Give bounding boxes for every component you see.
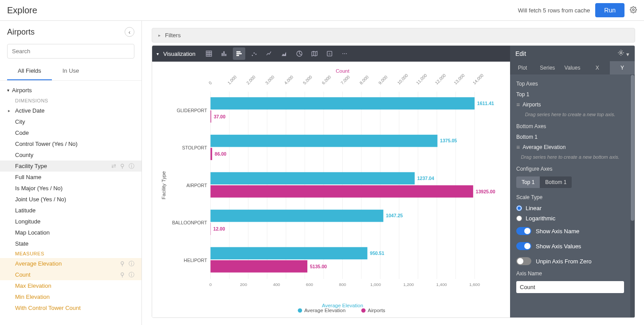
vis-type-bar-icon[interactable] [233,47,245,60]
tab-all-fields[interactable]: All Fields [7,62,52,80]
svg-text:Count: Count [336,68,350,74]
vis-type-pie-icon[interactable] [293,47,306,60]
pivot-icon[interactable]: ⇄ [110,163,117,169]
svg-rect-60 [211,97,475,110]
measure-field[interactable]: Max Elevation [0,280,141,291]
info-icon[interactable]: ⓘ [128,261,134,267]
field-group-header[interactable]: Airports [0,84,141,96]
svg-text:200: 200 [240,282,247,287]
svg-point-8 [251,55,253,56]
toggle-show-axis-values[interactable] [516,242,531,250]
svg-text:400: 400 [273,282,280,287]
filter-icon[interactable]: ⚲ [119,261,126,267]
vis-type-scatter-icon[interactable] [248,47,260,60]
dimension-field[interactable]: City [0,116,141,127]
svg-point-10 [255,54,256,55]
svg-rect-72 [211,185,473,198]
filter-icon[interactable]: ⚲ [119,272,126,278]
dimension-field[interactable]: Code [0,127,141,138]
svg-text:AIRPORT: AIRPORT [186,183,207,188]
search-input[interactable] [7,44,134,59]
radio-logarithmic[interactable]: Logarithmic [516,213,624,223]
edit-tab-x[interactable]: X [585,61,610,74]
bottom-axis-name: Bottom 1 [516,132,624,142]
field-sidebar: Airports ‹ All Fields In Use AirportsDIM… [0,21,142,325]
chevron-down-icon: ▾ [157,51,159,56]
vis-type-single-value-icon[interactable]: 6 [323,47,336,60]
dimensions-label: DIMENSIONS [0,96,141,105]
seg-top1[interactable]: Top 1 [516,176,540,188]
edit-tab-values[interactable]: Values [560,61,585,74]
edit-tab-y[interactable]: Y [610,61,635,74]
svg-rect-67 [211,148,212,160]
chevron-right-icon: ▸ [158,33,161,38]
info-icon[interactable]: ⓘ [128,163,134,169]
measure-field[interactable]: With Control Tower Count [0,302,141,313]
scale-type-label: Scale Type [516,194,624,200]
dimension-field[interactable]: County [0,149,141,161]
svg-rect-2 [221,53,223,56]
edit-scrollbar[interactable] [630,74,635,317]
vis-type-line-icon[interactable] [263,47,275,60]
edit-tab-plot[interactable]: Plot [510,61,535,74]
dimension-field[interactable]: Joint Use (Yes / No) [0,194,141,205]
svg-point-0 [632,9,634,11]
page-title: Explore [7,5,518,16]
bottom-axis-series[interactable]: ≡Average Elevation [516,142,624,153]
tab-in-use[interactable]: In Use [52,62,90,80]
dimension-field[interactable]: State [0,238,141,249]
info-icon[interactable]: ⓘ [128,272,134,278]
edit-gear-icon[interactable]: ▾ [617,49,629,58]
svg-text:12,000: 12,000 [434,73,447,86]
svg-text:Airports: Airports [368,308,385,313]
collapse-sidebar-button[interactable]: ‹ [125,27,134,37]
dimension-field[interactable]: Facility Type⇄⚲ⓘ [0,161,141,172]
measure-field[interactable]: Count⚲ⓘ [0,269,141,280]
svg-text:600: 600 [306,282,313,287]
svg-text:7,000: 7,000 [340,74,351,86]
svg-rect-1 [206,51,212,56]
run-button[interactable]: Run [595,3,624,17]
vis-type-column-icon[interactable] [218,47,230,60]
svg-text:Average Elevation: Average Elevation [304,308,346,313]
svg-text:6: 6 [329,52,330,55]
svg-rect-3 [223,51,224,56]
settings-gear-icon[interactable] [630,6,637,15]
svg-rect-5 [236,51,240,53]
toggle-show-axis-name[interactable] [516,227,531,235]
toggle-unpin-from-zero[interactable] [516,257,531,265]
edit-tab-series[interactable]: Series [535,61,560,74]
svg-text:0: 0 [209,282,212,287]
vis-type-map-icon[interactable] [308,47,321,60]
filters-panel-header[interactable]: ▸ Filters [152,28,635,43]
measure-field[interactable]: Min Elevation [0,291,141,302]
svg-text:1,600: 1,600 [469,282,480,287]
vis-type-area-icon[interactable] [278,47,291,60]
vis-type-table-icon[interactable] [203,47,215,60]
measure-field[interactable]: Average Elevation⚲ⓘ [0,258,141,269]
vis-type-more-icon[interactable] [338,47,351,60]
dimension-field[interactable]: Full Name [0,172,141,183]
filter-icon[interactable]: ⚲ [119,163,126,169]
svg-text:5135.00: 5135.00 [310,264,327,269]
axis-name-input[interactable] [516,281,624,293]
dimension-field[interactable]: Map Location [0,227,141,238]
svg-text:1375.05: 1375.05 [440,138,457,143]
svg-text:BALLOONPORT: BALLOONPORT [172,220,207,225]
radio-linear[interactable]: Linear [516,203,624,213]
edit-panel: Edit ▾ PlotSeriesValuesXY Top Axes Top 1… [510,46,635,317]
top-axis-series[interactable]: ≡Airports [516,99,624,110]
filters-label: Filters [165,32,181,39]
drag-handle-icon: ≡ [516,101,520,108]
topbar: Explore Will fetch 5 rows from cache Run [0,0,644,21]
dimension-field[interactable]: Active Date [0,105,141,116]
svg-text:13,000: 13,000 [453,73,466,86]
dimension-field[interactable]: Control Tower (Yes / No) [0,138,141,149]
axis-name-field-label: Axis Name [516,270,624,277]
measures-label: MEASURES [0,249,141,258]
svg-point-86 [361,308,366,313]
dimension-field[interactable]: Is Major (Yes / No) [0,183,141,194]
dimension-field[interactable]: Longitude [0,216,141,227]
dimension-field[interactable]: Latitude [0,205,141,216]
seg-bottom1[interactable]: Bottom 1 [540,176,572,188]
